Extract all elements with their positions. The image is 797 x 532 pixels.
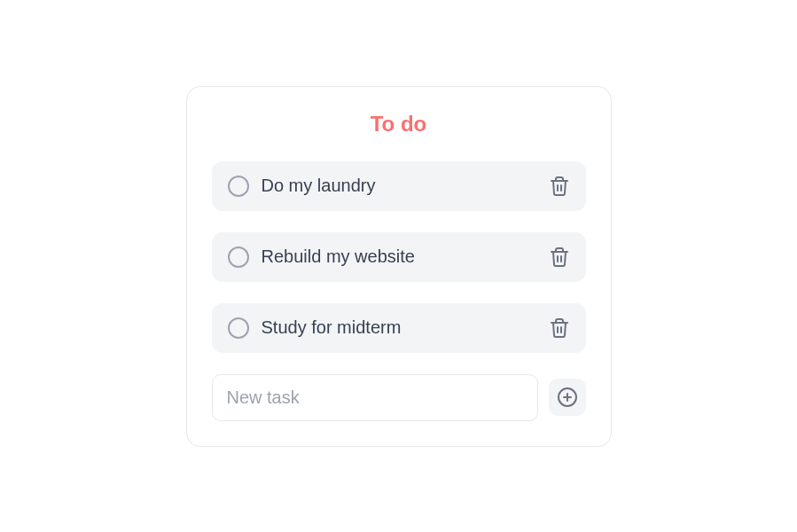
trash-icon (549, 176, 570, 197)
task-checkbox[interactable] (228, 246, 249, 268)
task-item: Study for midterm (212, 303, 586, 353)
trash-icon (549, 317, 570, 339)
task-checkbox[interactable] (228, 176, 249, 197)
task-checkbox[interactable] (228, 317, 249, 339)
add-task-button[interactable] (549, 379, 586, 416)
delete-button[interactable] (549, 317, 570, 339)
delete-button[interactable] (549, 176, 570, 197)
plus-circle-icon (557, 387, 578, 408)
new-task-row (212, 374, 586, 421)
task-label: Rebuild my website (262, 246, 536, 267)
task-label: Do my laundry (262, 176, 536, 196)
task-list: Do my laundry Rebuild my website (212, 161, 586, 353)
task-label: Study for midterm (262, 317, 536, 338)
page-title: To do (212, 112, 586, 137)
task-item: Do my laundry (212, 161, 586, 211)
task-item: Rebuild my website (212, 232, 586, 282)
trash-icon (549, 246, 570, 268)
todo-card: To do Do my laundry Rebuild my website (186, 86, 612, 447)
new-task-input[interactable] (212, 374, 538, 421)
delete-button[interactable] (549, 246, 570, 268)
